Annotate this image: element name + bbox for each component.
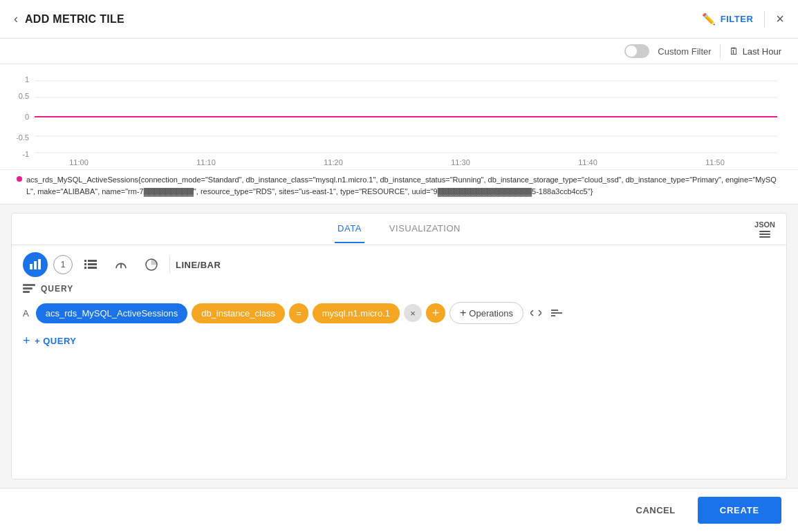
- json-button[interactable]: JSON: [754, 220, 775, 238]
- svg-rect-30: [23, 291, 30, 293]
- svg-text:0.5: 0.5: [19, 92, 29, 100]
- svg-text:-0.5: -0.5: [17, 133, 29, 142]
- list-icon: [84, 260, 97, 269]
- svg-text:-1: -1: [22, 150, 29, 158]
- bar-chart-icon-btn[interactable]: [23, 252, 48, 277]
- footer: CANCEL CREATE: [0, 488, 798, 532]
- query-header: QUERY: [23, 284, 775, 294]
- svg-text:11:10: 11:10: [196, 158, 216, 167]
- svg-rect-20: [84, 260, 86, 262]
- viz-label: LINE/BAR: [176, 260, 221, 270]
- header-divider: [764, 11, 765, 28]
- svg-rect-17: [30, 264, 33, 269]
- add-filter-button[interactable]: +: [426, 303, 445, 323]
- pie-viz-btn[interactable]: [139, 252, 164, 277]
- svg-text:11:20: 11:20: [324, 158, 343, 167]
- close-button[interactable]: ×: [776, 11, 784, 27]
- header-left: ‹ ADD METRIC TILE: [14, 12, 124, 26]
- create-button[interactable]: CREATE: [698, 497, 781, 524]
- time-icon: 🗓: [729, 46, 739, 57]
- header-right: ✏️ FILTER ×: [702, 11, 784, 28]
- code-icon: [530, 309, 541, 317]
- svg-rect-21: [88, 260, 97, 262]
- chart-container: 1 0.5 0 -0.5 -1 11:00 11:10 11:20 11:30 …: [17, 70, 781, 167]
- settings-button[interactable]: [548, 307, 565, 319]
- add-query-button[interactable]: + + QUERY: [23, 334, 775, 348]
- svg-text:0: 0: [25, 113, 29, 121]
- filter-value-pill[interactable]: mysql.n1.micro.1: [313, 303, 400, 323]
- svg-rect-29: [23, 287, 33, 289]
- gauge-viz-btn[interactable]: [109, 252, 133, 277]
- filter-icon: ✏️: [702, 12, 716, 26]
- add-query-plus-icon: +: [23, 334, 30, 348]
- page-title: ADD METRIC TILE: [25, 13, 124, 26]
- legend-text: acs_rds_MySQL_ActiveSessions{connection_…: [26, 174, 781, 197]
- chart-area: 1 0.5 0 -0.5 -1 11:00 11:10 11:20 11:30 …: [0, 64, 798, 170]
- gauge-icon: [115, 260, 127, 269]
- add-query-label: + QUERY: [35, 336, 76, 346]
- code-button[interactable]: [528, 305, 544, 322]
- query-row: A acs_rds_MySQL_ActiveSessions db_instan…: [23, 302, 775, 324]
- remove-filter-button[interactable]: ×: [404, 304, 422, 322]
- pie-icon: [145, 258, 158, 271]
- json-label: JSON: [754, 220, 775, 229]
- data-panel: DATA VISUALIZATION JSON 1: [11, 213, 787, 479]
- svg-text:11:50: 11:50: [705, 158, 725, 167]
- tabs-center: DATA VISUALIZATION: [335, 215, 463, 243]
- legend-area: acs_rds_MySQL_ActiveSessions{connection_…: [0, 170, 798, 205]
- svg-rect-25: [88, 267, 97, 269]
- svg-rect-19: [38, 259, 41, 269]
- operations-label: Operations: [469, 308, 513, 319]
- svg-rect-22: [84, 263, 86, 265]
- cancel-button[interactable]: CANCEL: [625, 498, 687, 522]
- custom-filter-toggle[interactable]: [624, 44, 649, 58]
- time-range-button[interactable]: 🗓 Last Hour: [729, 46, 781, 57]
- svg-rect-18: [34, 261, 37, 269]
- metric-pill[interactable]: acs_rds_MySQL_ActiveSessions: [36, 303, 187, 323]
- main-content: Custom Filter 🗓 Last Hour 1 0.5 0 -0.5 -…: [0, 39, 798, 488]
- tab-visualization[interactable]: VISUALIZATION: [387, 215, 463, 243]
- time-range-label: Last Hour: [743, 46, 781, 57]
- svg-text:11:40: 11:40: [578, 158, 597, 167]
- number-viz-btn[interactable]: 1: [53, 255, 73, 274]
- svg-rect-23: [88, 263, 97, 265]
- tabs-header: DATA VISUALIZATION JSON: [12, 213, 786, 245]
- filter-bar-divider: [720, 44, 721, 58]
- filter-key-pill[interactable]: db_instance_class: [192, 303, 285, 323]
- legend-item: acs_rds_MySQL_ActiveSessions{connection_…: [17, 174, 781, 197]
- svg-text:1: 1: [25, 75, 29, 84]
- filter-label: FILTER: [721, 14, 754, 24]
- chart-svg: 1 0.5 0 -0.5 -1 11:00 11:10 11:20 11:30 …: [17, 70, 781, 167]
- svg-rect-24: [84, 267, 86, 269]
- filter-button[interactable]: ✏️ FILTER: [702, 12, 753, 26]
- viz-separator: [169, 256, 170, 273]
- list-viz-btn[interactable]: [78, 252, 103, 277]
- json-icon: [759, 231, 770, 238]
- operations-button[interactable]: + Operations: [449, 302, 523, 324]
- custom-filter-label: Custom Filter: [658, 46, 711, 57]
- operator-pill[interactable]: =: [289, 303, 308, 323]
- svg-text:11:00: 11:00: [69, 158, 89, 167]
- svg-text:11:30: 11:30: [451, 158, 470, 167]
- header: ‹ ADD METRIC TILE ✏️ FILTER ×: [0, 0, 798, 39]
- tab-data[interactable]: DATA: [335, 215, 364, 243]
- query-letter: A: [23, 308, 29, 319]
- query-section: QUERY A acs_rds_MySQL_ActiveSessions db_…: [12, 284, 786, 359]
- back-button[interactable]: ‹: [14, 12, 18, 26]
- legend-dot: [17, 176, 22, 182]
- settings-icon: [551, 310, 562, 316]
- svg-rect-28: [23, 284, 35, 286]
- operations-plus-icon: +: [460, 307, 466, 319]
- query-label: QUERY: [41, 284, 73, 294]
- bar-chart-icon: [29, 258, 41, 271]
- viz-type-row: 1: [12, 245, 786, 284]
- query-icon: [23, 284, 35, 294]
- filter-bar: Custom Filter 🗓 Last Hour: [0, 39, 798, 64]
